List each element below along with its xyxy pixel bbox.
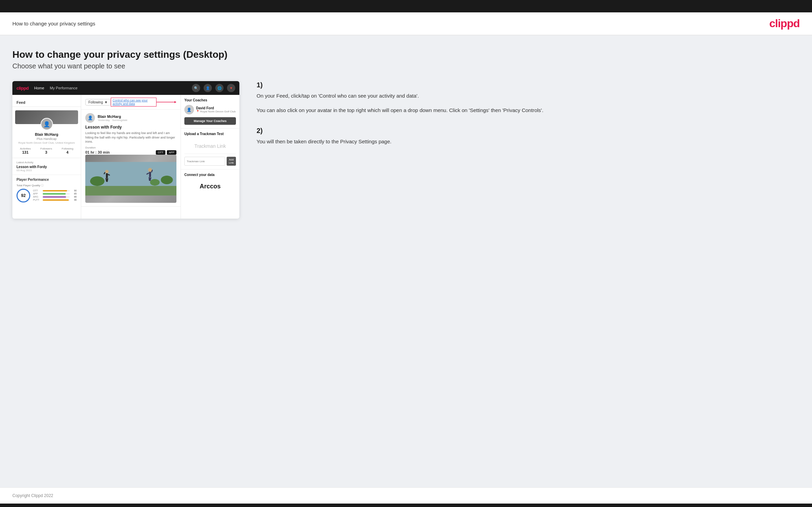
search-icon[interactable]: 🔍: [192, 84, 200, 92]
svg-rect-3: [85, 186, 176, 196]
step1-text1: On your Feed, click/tap on 'Control who …: [257, 92, 796, 100]
top-bar: [0, 0, 812, 12]
main-heading: How to change your privacy settings (Des…: [12, 49, 800, 60]
svg-point-4: [90, 176, 105, 186]
player-performance: Player Performance Total Player Quality …: [12, 175, 81, 205]
stat-activities: Activities 131: [20, 147, 31, 154]
step2-number: 2): [257, 127, 796, 135]
privacy-annotation-container: Control who can see your activity and da…: [111, 98, 176, 107]
profile-stats: Activities 131 Followers 3 Following 4: [15, 147, 78, 154]
nav-link-my-performance[interactable]: My Performance: [50, 86, 78, 90]
step2-text: You will then be taken directly to the P…: [257, 137, 796, 146]
connect-title: Connect your data: [184, 173, 236, 177]
svg-point-5: [161, 176, 173, 184]
coaches-section: Your Coaches 👤 David Ford 📍 Royal North …: [181, 95, 239, 129]
feed-tag-ott: OTT: [156, 150, 165, 155]
metric-arg: ARG 86: [33, 196, 77, 198]
clippd-logo: clippd: [769, 17, 800, 30]
quality-metrics: OTT 90 APP 85 ARG: [33, 189, 77, 202]
add-link-button[interactable]: Add Link: [227, 157, 236, 166]
main-subheading: Choose what you want people to see: [12, 62, 800, 70]
app-right-panel: Your Coaches 👤 David Ford 📍 Royal North …: [181, 95, 239, 219]
privacy-link[interactable]: Control who can see your activity and da…: [111, 98, 156, 107]
coach-club: 📍 Royal North Devon Golf Club: [196, 110, 236, 113]
trackman-section: Upload a Trackman Test Trackman Link Add…: [181, 129, 239, 169]
feed-user-name: Blair McHarg: [98, 114, 127, 119]
metric-app: APP 85: [33, 192, 77, 195]
nav-link-home[interactable]: Home: [34, 86, 44, 90]
profile-icon[interactable]: 👤: [204, 84, 212, 92]
feed-duration-value: 01 hr : 30 min: [85, 150, 110, 154]
feed-user-meta: Yesterday · Sunningdale: [98, 119, 127, 122]
coach-name: David Ford: [196, 106, 236, 110]
instruction-step-1: 1) On your Feed, click/tap on 'Control w…: [257, 81, 796, 114]
instruction-step-2: 2) You will then be taken directly to th…: [257, 127, 796, 146]
following-button[interactable]: Following ▼: [85, 99, 111, 106]
svg-rect-14: [149, 172, 151, 177]
feed-duration-row: 01 hr : 30 min OTT APP: [85, 150, 176, 155]
profile-name: Blair McHarg: [15, 132, 78, 136]
feed-user-avatar: 👤: [85, 113, 95, 123]
app-nav: clippd Home My Performance 🔍 👤 🌐 🔻: [12, 81, 239, 95]
quality-circle: 92: [17, 189, 30, 202]
feed-tag-app: APP: [167, 150, 176, 155]
copyright-text: Copyright Clippd 2022: [12, 493, 53, 498]
golfer-image-svg: [85, 155, 176, 203]
stat-followers: Followers 3: [40, 147, 52, 154]
app-sidebar: Feed 👤 Blair McHarg Plus Handicap Royal …: [12, 95, 81, 219]
svg-point-7: [105, 170, 109, 173]
globe-icon[interactable]: 🌐: [215, 84, 224, 92]
step1-number: 1): [257, 81, 796, 89]
red-arrow: [156, 100, 176, 104]
feed-lesson-desc: Looking to feel like my hands are exitin…: [85, 131, 176, 144]
bottom-bar: [0, 504, 812, 507]
connect-section: Connect your data Arccos: [181, 169, 239, 197]
main-content: How to change your privacy settings (Des…: [0, 35, 812, 487]
metric-putt: PUTT 96: [33, 199, 77, 201]
feed-tags: OTT APP: [156, 150, 176, 155]
feed-lesson-title: Lesson with Fordy: [85, 125, 176, 130]
feed-header: Following ▼ Control who can see your act…: [81, 95, 181, 110]
trackman-input[interactable]: [184, 157, 225, 166]
trackman-placeholder: Trackman Link: [184, 139, 236, 154]
step1-text2: You can also click on your avatar in the…: [257, 106, 796, 114]
svg-point-13: [148, 168, 152, 172]
latest-activity: Latest Activity Lesson with Fordy 03 Aug…: [12, 158, 81, 175]
site-header: How to change your privacy settings clip…: [0, 12, 812, 35]
manage-coaches-button[interactable]: Manage Your Coaches: [184, 117, 236, 125]
metric-ott: OTT 90: [33, 189, 77, 192]
app-feed: Following ▼ Control who can see your act…: [81, 95, 181, 219]
profile-club: Royal North Devon Golf Club, United King…: [15, 141, 78, 144]
profile-avatar: 👤: [41, 118, 53, 130]
site-footer: Copyright Clippd 2022: [0, 487, 812, 504]
page-title: How to change your privacy settings: [12, 21, 95, 26]
quality-row: 92 OTT 90 APP 85: [17, 189, 77, 202]
feed-tab[interactable]: Feed: [12, 98, 81, 107]
app-body: Feed 👤 Blair McHarg Plus Handicap Royal …: [12, 95, 239, 219]
avatar-icon[interactable]: 🔻: [227, 84, 235, 92]
svg-marker-1: [174, 101, 176, 103]
feed-image: [85, 155, 176, 203]
content-row: clippd Home My Performance 🔍 👤 🌐 🔻 Feed: [12, 81, 800, 219]
coach-item: 👤 David Ford 📍 Royal North Devon Golf Cl…: [184, 105, 236, 114]
app-nav-right: 🔍 👤 🌐 🔻: [192, 84, 235, 92]
profile-handicap: Plus Handicap: [15, 137, 78, 141]
svg-rect-8: [106, 173, 108, 178]
coaches-title: Your Coaches: [184, 98, 236, 102]
profile-section: 👤 Blair McHarg Plus Handicap Royal North…: [12, 107, 81, 158]
coach-avatar: 👤: [184, 105, 194, 114]
app-nav-logo: clippd: [17, 86, 29, 91]
svg-point-6: [150, 179, 160, 186]
trackman-input-row: Add Link: [184, 157, 236, 166]
feed-item: 👤 Blair McHarg Yesterday · Sunningdale L…: [81, 110, 181, 207]
stat-following: Following 4: [62, 147, 73, 154]
instructions-panel: 1) On your Feed, click/tap on 'Control w…: [253, 81, 800, 158]
trackman-title: Upload a Trackman Test: [184, 132, 236, 136]
profile-banner: 👤: [15, 110, 78, 124]
app-screenshot: clippd Home My Performance 🔍 👤 🌐 🔻 Feed: [12, 81, 239, 219]
arccos-brand: Arccos: [184, 179, 236, 194]
